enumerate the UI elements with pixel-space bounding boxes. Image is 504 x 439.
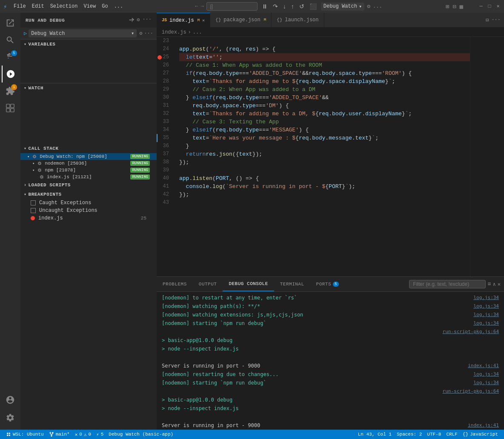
tab-close-indexjs[interactable]: ✕ xyxy=(202,18,205,23)
status-encoding[interactable]: UTF-8 xyxy=(424,432,444,437)
extensions-icon[interactable]: 1 xyxy=(2,83,19,100)
status-debug[interactable]: ⚡ 5 xyxy=(94,430,106,439)
panel-filter-input[interactable] xyxy=(409,280,486,288)
panel-tab-debug-console[interactable]: DEBUG CONSOLE xyxy=(223,277,274,291)
minimize-button[interactable]: ─ xyxy=(478,4,484,9)
layout-icon-3[interactable]: ▦ xyxy=(460,3,463,10)
console-link-16[interactable]: index.js:41 xyxy=(468,422,499,429)
play-icon[interactable]: ▷ xyxy=(24,30,27,37)
caught-checkbox[interactable] xyxy=(31,200,36,205)
debug-ellipsis-icon[interactable]: ... xyxy=(373,3,382,9)
menu-selection[interactable]: Selection xyxy=(50,3,78,9)
breakpoint-indexjs[interactable]: index.js 25 xyxy=(20,214,157,222)
tab-launchjson[interactable]: {} launch.json xyxy=(272,13,324,27)
console-link-1[interactable]: log.js:34 xyxy=(473,294,499,302)
console-link-9[interactable]: index.js:41 xyxy=(468,362,499,370)
settings-icon[interactable] xyxy=(2,409,19,426)
debug-restart-button[interactable]: ↺ xyxy=(298,2,306,11)
tab-indexjs[interactable]: JS index.js M ✕ xyxy=(157,13,210,27)
console-link-10[interactable]: log.js:34 xyxy=(473,371,499,378)
console-link-5[interactable]: run-script-pkg.js:64 xyxy=(443,328,499,336)
editor-more-icon[interactable]: ··· xyxy=(491,17,501,23)
panel-tab-output[interactable]: OUTPUT xyxy=(193,277,223,291)
breakpoints-header[interactable]: ▾ BREAKPOINTS xyxy=(20,190,157,199)
sidebar-ellipsis-btn[interactable]: ··· xyxy=(144,31,153,37)
nav-back-button[interactable]: ← xyxy=(195,3,198,9)
status-eol[interactable]: CRLF xyxy=(444,432,460,437)
status-debug-session[interactable]: Debug Watch (basic-app) xyxy=(106,430,176,439)
status-spaces[interactable]: Spaces: 2 xyxy=(394,432,424,437)
code-line-23 xyxy=(179,37,470,45)
panel-tab-problems[interactable]: PROBLEMS xyxy=(157,277,193,291)
status-errors[interactable]: ✕ 0 ⚠ 0 xyxy=(72,430,94,439)
call-stack-item-debug-watch[interactable]: ▾ Debug Watch: npm [25008] RUNNING xyxy=(20,153,157,160)
editor-layout-icon[interactable]: ⊟ xyxy=(486,17,489,23)
menu-edit[interactable]: Edit xyxy=(32,3,44,9)
panel-tab-terminal[interactable]: TERMINAL xyxy=(274,277,310,291)
layout-icon-2[interactable]: ⊟ xyxy=(452,3,456,10)
layout-icon-1[interactable]: ⊞ xyxy=(446,3,449,10)
panel-chevron-up-icon[interactable]: ∧ xyxy=(493,281,496,288)
explorer-icon[interactable] xyxy=(2,14,19,31)
debug-stop-button[interactable]: ⬛ xyxy=(308,2,318,11)
console-link-11[interactable]: log.js:34 xyxy=(473,379,499,387)
search-input[interactable] xyxy=(206,2,258,11)
account-icon[interactable] xyxy=(2,391,19,408)
console-link-4[interactable]: log.js:34 xyxy=(473,319,499,327)
call-stack-header[interactable]: ▾ CALL STACK xyxy=(20,144,157,153)
panel-tab-ports[interactable]: PORTS 5 xyxy=(310,277,345,291)
loaded-scripts-header[interactable]: › LOADED SCRIPTS xyxy=(20,180,157,190)
debug-config-dropdown[interactable]: Debug Watch ▾ xyxy=(321,3,364,11)
debug-status-icon: ⚡ xyxy=(96,432,99,437)
debug-stepover-button[interactable]: ↷ xyxy=(271,2,280,11)
console-link-3[interactable]: log.js:34 xyxy=(473,311,499,319)
source-control-icon[interactable]: 5 xyxy=(2,48,19,66)
status-cursor[interactable]: Ln 43, Col 1 xyxy=(355,432,394,437)
console-link-12[interactable]: run-script-pkg.js:64 xyxy=(443,388,499,395)
line-30: 30 xyxy=(157,94,172,102)
status-branch[interactable]: main* xyxy=(46,430,72,439)
panel-list-icon[interactable]: ≡ xyxy=(487,281,491,288)
breadcrumb-more[interactable]: ... xyxy=(193,29,202,35)
breadcrumb-file[interactable]: index.js xyxy=(162,29,186,35)
tab-packagejson[interactable]: {} package.json M xyxy=(210,13,272,27)
code-editor[interactable]: 23 24 25 26 27 28 29 30 31 32 33 34 35 3… xyxy=(157,37,504,277)
status-language[interactable]: {} JavaScript xyxy=(460,432,501,437)
breakpoint-caught[interactable]: Caught Exceptions xyxy=(20,199,157,207)
menu-go[interactable]: Go xyxy=(102,3,108,9)
remote-icon[interactable] xyxy=(2,100,19,117)
sidebar-actions: ⚙ ··· xyxy=(128,17,152,24)
maximize-button[interactable]: □ xyxy=(487,4,492,9)
console-line-5: run-script-pkg.js:64 xyxy=(157,328,504,336)
menu-file[interactable]: File xyxy=(14,3,26,9)
variables-header[interactable]: ▾ VARIABLES xyxy=(20,40,157,49)
debug-config-dropdown-trigger[interactable] xyxy=(128,17,134,24)
menu-view[interactable]: View xyxy=(83,3,96,9)
menu-more[interactable]: ... xyxy=(114,3,123,9)
debug-gear-icon[interactable]: ⚙ xyxy=(367,3,370,10)
debug-stepinto-button[interactable]: ↓ xyxy=(281,2,288,11)
sidebar-more-icon[interactable]: ··· xyxy=(142,17,152,24)
console-link-2[interactable]: log.js:34 xyxy=(473,302,499,310)
sidebar-debug-dropdown[interactable]: Debug Watch ▾ xyxy=(29,29,137,37)
console-text-3: [nodemon] watching extensions: js,mjs,cj… xyxy=(162,311,303,319)
uncaught-checkbox[interactable] xyxy=(31,208,36,213)
watch-header[interactable]: ▾ WATCH xyxy=(20,83,157,93)
panel-close-icon[interactable]: ✕ xyxy=(498,281,501,288)
sidebar-gear-icon[interactable]: ⚙ xyxy=(137,17,140,24)
close-button[interactable]: ✕ xyxy=(495,4,501,9)
call-stack-item-npm[interactable]: ▾ npm [21078] RUNNING xyxy=(20,167,157,174)
debug-continue-button[interactable]: ⏸ xyxy=(260,2,269,11)
code-content[interactable]: app.post('/', (req, res) => { let text =… xyxy=(176,37,470,277)
nav-forward-button[interactable]: → xyxy=(201,3,204,9)
breakpoint-uncaught[interactable]: Uncaught Exceptions xyxy=(20,207,157,214)
panel-content[interactable]: [nodemon] to restart at any time, enter … xyxy=(157,292,504,430)
sidebar-gear-btn[interactable]: ⚙ xyxy=(139,30,142,37)
running-badge-4: RUNNING xyxy=(130,174,150,180)
status-wsl[interactable]: WSL: Ubuntu xyxy=(3,430,46,439)
search-icon[interactable] xyxy=(2,31,19,48)
debug-stepout-button[interactable]: ↑ xyxy=(289,2,296,11)
call-stack-item-nodemon[interactable]: ▾ nodemon [25036] RUNNING xyxy=(20,160,157,167)
call-stack-item-indexjs[interactable]: index.js [21121] RUNNING xyxy=(20,174,157,180)
run-debug-icon[interactable] xyxy=(2,66,19,83)
